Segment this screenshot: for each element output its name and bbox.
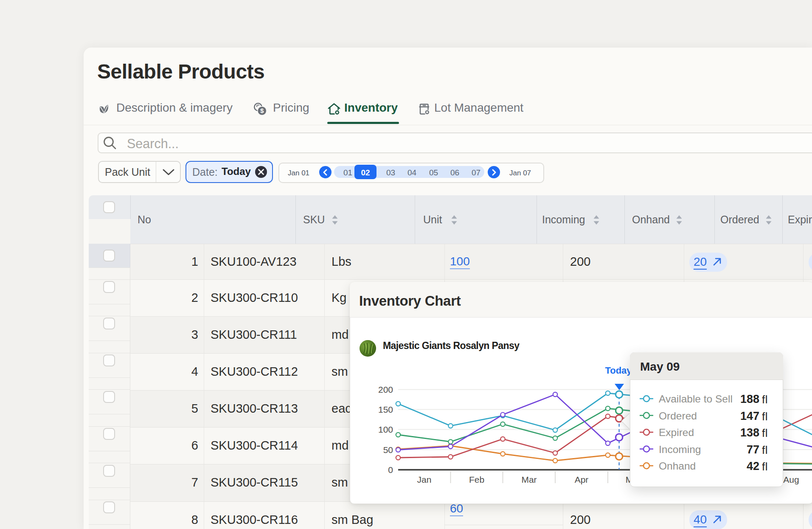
svg-text:50: 50 [383, 445, 393, 455]
svg-text:100: 100 [378, 425, 393, 434]
svg-text:150: 150 [378, 405, 393, 414]
svg-text:Apr: Apr [575, 475, 589, 484]
svg-text:Aug: Aug [783, 475, 799, 484]
svg-text:Today: Today [605, 365, 632, 376]
svg-text:Feb: Feb [469, 475, 484, 484]
svg-text:Jan: Jan [417, 475, 432, 484]
svg-text:$: $ [260, 107, 264, 114]
svg-text:200: 200 [378, 385, 393, 394]
svg-text:0: 0 [388, 465, 393, 475]
svg-text:Mar: Mar [521, 475, 537, 484]
